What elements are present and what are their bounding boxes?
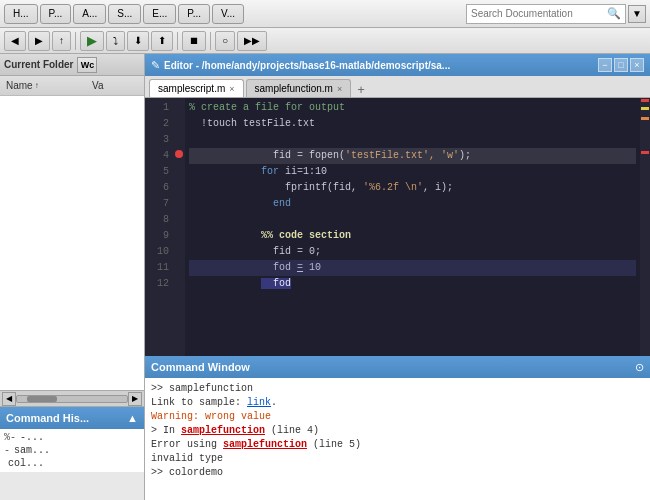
tab-plots[interactable]: P...: [40, 4, 72, 24]
cmd-window-title: Command Window: [151, 361, 250, 373]
code-line-8: %% code section: [189, 212, 636, 228]
tab-add-button[interactable]: +: [353, 81, 369, 97]
bp-2: [173, 114, 185, 130]
cmd-text-2[interactable]: sam...: [14, 445, 50, 456]
tab-apps[interactable]: A...: [73, 4, 106, 24]
cmd-prompt-2: >> colordemo: [151, 467, 223, 478]
tab-samplefunction-close[interactable]: ×: [337, 84, 342, 94]
bp-12: [173, 274, 185, 290]
tab-home[interactable]: H...: [4, 4, 38, 24]
cmd-prompt-1: >> samplefunction: [151, 383, 253, 394]
right-panel: ✎ Editor - /home/andy/projects/base16-ma…: [145, 54, 650, 500]
bp-3: [173, 130, 185, 146]
toolbar-separator: [75, 32, 76, 50]
current-folder-btn[interactable]: Wc: [77, 57, 97, 73]
editor-title: Editor - /home/andy/projects/base16-matl…: [164, 60, 598, 71]
file-col-val[interactable]: Va: [92, 80, 104, 91]
filter-button[interactable]: ▼: [628, 5, 646, 23]
search-box: 🔍: [466, 4, 626, 24]
file-table-header: Name ↑ Va: [0, 76, 144, 96]
line-num-10: 10: [145, 244, 173, 260]
code-line-12: [189, 276, 636, 292]
editor-right-bar: [640, 98, 650, 356]
command-window: Command Window ⊙ >> samplefunction Link …: [145, 356, 650, 500]
toolbar-separator2: [177, 32, 178, 50]
command-history-panel: Command His... ▲ %- -... - sam... col...: [0, 406, 144, 500]
breakpoint-button[interactable]: ○: [215, 31, 235, 51]
editor-tab-samplefunction[interactable]: samplefunction.m ×: [246, 79, 352, 97]
bp-11: [173, 258, 185, 274]
line-num-3: 3: [145, 132, 173, 148]
cmd-history-item-3: col...: [4, 457, 140, 470]
cmd-warning: Warning: wrong value: [151, 411, 271, 422]
file-col-name[interactable]: Name ↑: [2, 80, 92, 91]
step-button[interactable]: ⤵: [106, 31, 125, 51]
cmd-samplefunction-link[interactable]: samplefunction: [181, 425, 265, 436]
file-list: [0, 96, 144, 390]
main-layout: Current Folder Wc Name ↑ Va ◀ ▶ Command …: [0, 54, 650, 500]
cmd-window-expand-btn[interactable]: ⊙: [635, 361, 644, 374]
tab-editor[interactable]: E...: [143, 4, 176, 24]
code-line-1: % create a file for output: [189, 100, 636, 116]
search-input[interactable]: [471, 8, 607, 19]
second-toolbar: ◀ ▶ ↑ ▶ ⤵ ⬇ ⬆ ⏹ ○ ▶▶: [0, 28, 650, 54]
tab-samplescript-close[interactable]: ×: [229, 84, 234, 94]
bar-mark-orange: [641, 117, 649, 120]
editor-title-buttons: − □ ×: [598, 58, 644, 72]
cmd-history-expand-btn[interactable]: ▲: [127, 412, 138, 424]
play-button[interactable]: ▶: [80, 31, 104, 51]
bp-4[interactable]: [173, 146, 185, 162]
up-button[interactable]: ↑: [52, 31, 71, 51]
cmd-link-prefix: Link to sample:: [151, 397, 247, 408]
cmd-content[interactable]: >> samplefunction Link to sample: link. …: [145, 378, 650, 500]
cmd-error-prefix: Error using: [151, 439, 223, 450]
bp-9: [173, 226, 185, 242]
editor-minimize-btn[interactable]: −: [598, 58, 612, 72]
cmd-history-title: Command His...: [6, 412, 89, 424]
top-toolbar: H... P... A... S... E... P... V... 🔍 ▼: [0, 0, 650, 28]
stop-button[interactable]: ⏹: [182, 31, 206, 51]
cmd-text-3[interactable]: col...: [8, 458, 44, 469]
toolbar-separator3: [210, 32, 211, 50]
search-icon[interactable]: 🔍: [607, 7, 621, 20]
cmd-link[interactable]: link: [247, 397, 271, 408]
editor-close-btn[interactable]: ×: [630, 58, 644, 72]
bar-mark-yellow: [641, 107, 649, 110]
code-line-5: fprintf(fid, '%6.2f \n', i);: [189, 164, 636, 180]
code-text-2: !touch testFile.txt: [189, 118, 315, 129]
code-area[interactable]: % create a file for output !touch testFi…: [185, 98, 640, 356]
line-numbers: 1 2 3 4 5 6 7 8 9 10 11 12: [145, 98, 173, 356]
back-button[interactable]: ◀: [4, 31, 26, 51]
editor-titlebar: ✎ Editor - /home/andy/projects/base16-ma…: [145, 54, 650, 76]
cmd-text-1[interactable]: -...: [20, 432, 44, 443]
code-line-4: for ii=1:10: [189, 148, 636, 164]
cmd-history-list: %- -... - sam... col...: [0, 429, 144, 472]
editor-maximize-btn[interactable]: □: [614, 58, 628, 72]
line-num-6: 6: [145, 180, 173, 196]
code-line-3: fid = fopen('testFile.txt', 'w');: [189, 132, 636, 148]
cmd-line-3: Warning: wrong value: [151, 410, 644, 424]
step-in-button[interactable]: ⬇: [127, 31, 149, 51]
bp-8: [173, 210, 185, 226]
code-line-6: end: [189, 180, 636, 196]
line-num-8: 8: [145, 212, 173, 228]
cmd-error-func[interactable]: samplefunction: [223, 439, 307, 450]
step-out-button[interactable]: ⬆: [151, 31, 173, 51]
name-col-label: Name: [6, 80, 33, 91]
scroll-left-arrow[interactable]: ◀: [2, 392, 16, 406]
scroll-track[interactable]: [16, 395, 128, 403]
tab-shortcuts[interactable]: S...: [108, 4, 141, 24]
scroll-thumb: [27, 396, 57, 402]
editor-tab-samplescript[interactable]: samplescript.m ×: [149, 79, 244, 97]
tab-view[interactable]: V...: [212, 4, 244, 24]
scroll-right-arrow[interactable]: ▶: [128, 392, 142, 406]
line-num-4: 4: [145, 148, 173, 164]
tab-publish[interactable]: P...: [178, 4, 210, 24]
left-panel: Current Folder Wc Name ↑ Va ◀ ▶ Command …: [0, 54, 145, 500]
cmd-history-item-2: - sam...: [4, 444, 140, 457]
bp-dot-4: [175, 150, 183, 158]
forward-button[interactable]: ▶: [28, 31, 50, 51]
run-section-button[interactable]: ▶▶: [237, 31, 267, 51]
bp-7: [173, 194, 185, 210]
bar-mark-red-2: [641, 151, 649, 154]
